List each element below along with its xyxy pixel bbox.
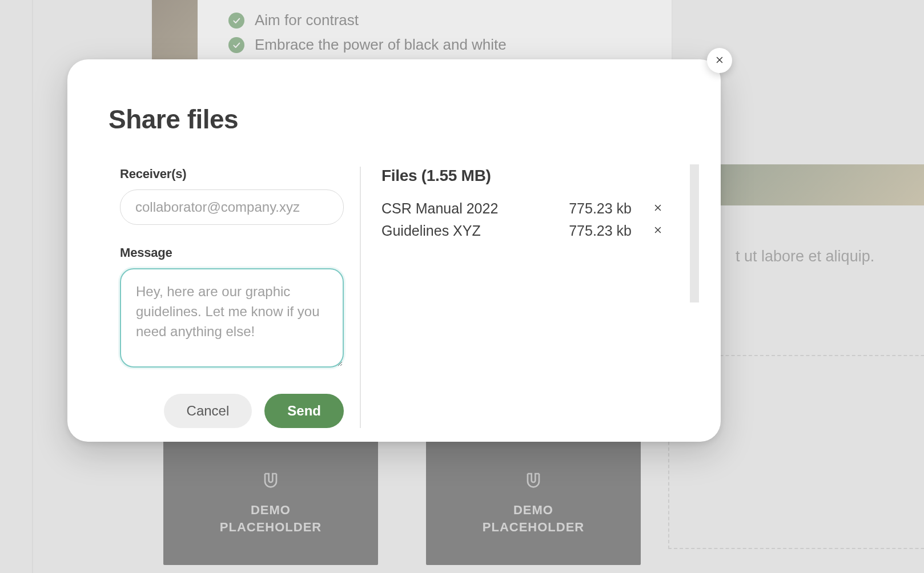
receivers-input[interactable]: [120, 189, 344, 225]
file-size: 775.23 kb: [569, 200, 638, 217]
share-files-modal: Share files Receiver(s) Message Cancel S…: [67, 59, 721, 442]
close-icon: [653, 203, 663, 215]
remove-file-button[interactable]: [650, 223, 666, 239]
form-column: Receiver(s) Message Cancel Send: [109, 167, 360, 428]
modal-title: Share files: [109, 104, 666, 135]
file-row: Guidelines XYZ 775.23 kb: [381, 220, 666, 242]
files-column: Files (1.55 MB) CSR Manual 2022 775.23 k…: [361, 167, 666, 428]
file-name: CSR Manual 2022: [381, 200, 557, 217]
receivers-label: Receiver(s): [120, 167, 344, 181]
send-button[interactable]: Send: [264, 394, 344, 428]
remove-file-button[interactable]: [650, 201, 666, 217]
files-header: Files (1.55 MB): [381, 167, 666, 185]
message-textarea[interactable]: [120, 268, 344, 368]
scrollbar[interactable]: [690, 164, 699, 302]
file-size: 775.23 kb: [569, 223, 638, 239]
close-icon: [653, 225, 663, 237]
cancel-button[interactable]: Cancel: [164, 394, 252, 428]
files-header-label: Files: [381, 167, 417, 184]
files-total-size: 1.55 MB: [427, 167, 486, 184]
message-label: Message: [120, 245, 344, 260]
file-row: CSR Manual 2022 775.23 kb: [381, 197, 666, 220]
file-name: Guidelines XYZ: [381, 223, 557, 239]
close-button[interactable]: [707, 48, 732, 73]
close-icon: [714, 55, 725, 67]
